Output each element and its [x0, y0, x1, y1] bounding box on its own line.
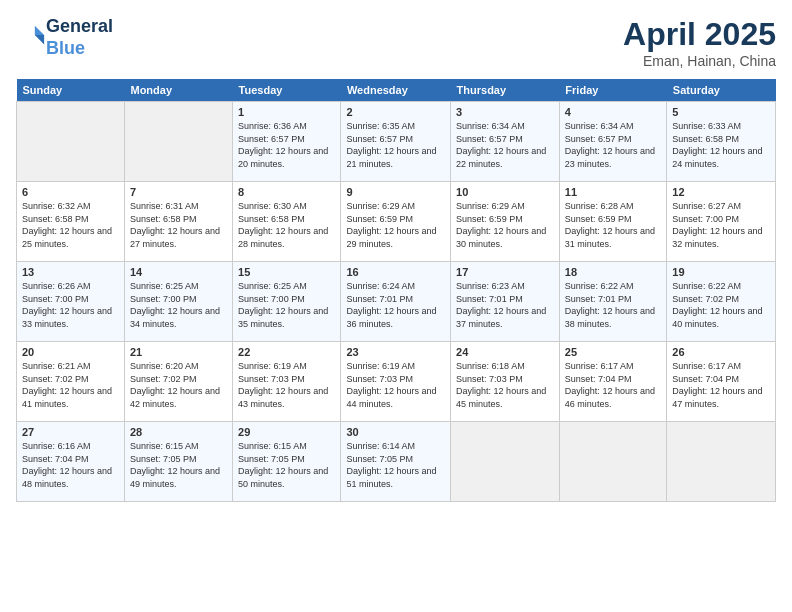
day-info: Sunrise: 6:15 AM Sunset: 7:05 PM Dayligh…: [238, 440, 335, 490]
week-row-2: 6Sunrise: 6:32 AM Sunset: 6:58 PM Daylig…: [17, 182, 776, 262]
weekday-header-row: SundayMondayTuesdayWednesdayThursdayFrid…: [17, 79, 776, 102]
day-number: 17: [456, 266, 554, 278]
day-info: Sunrise: 6:21 AM Sunset: 7:02 PM Dayligh…: [22, 360, 119, 410]
day-cell: 30Sunrise: 6:14 AM Sunset: 7:05 PM Dayli…: [341, 422, 451, 502]
day-cell: 25Sunrise: 6:17 AM Sunset: 7:04 PM Dayli…: [559, 342, 667, 422]
weekday-header-monday: Monday: [124, 79, 232, 102]
day-cell: 20Sunrise: 6:21 AM Sunset: 7:02 PM Dayli…: [17, 342, 125, 422]
day-number: 25: [565, 346, 662, 358]
weekday-header-thursday: Thursday: [451, 79, 560, 102]
day-cell: [667, 422, 776, 502]
calendar-table: SundayMondayTuesdayWednesdayThursdayFrid…: [16, 79, 776, 502]
day-cell: 14Sunrise: 6:25 AM Sunset: 7:00 PM Dayli…: [124, 262, 232, 342]
day-info: Sunrise: 6:36 AM Sunset: 6:57 PM Dayligh…: [238, 120, 335, 170]
day-info: Sunrise: 6:19 AM Sunset: 7:03 PM Dayligh…: [346, 360, 445, 410]
weekday-header-friday: Friday: [559, 79, 667, 102]
week-row-4: 20Sunrise: 6:21 AM Sunset: 7:02 PM Dayli…: [17, 342, 776, 422]
day-info: Sunrise: 6:34 AM Sunset: 6:57 PM Dayligh…: [565, 120, 662, 170]
day-cell: 21Sunrise: 6:20 AM Sunset: 7:02 PM Dayli…: [124, 342, 232, 422]
day-number: 15: [238, 266, 335, 278]
day-number: 7: [130, 186, 227, 198]
day-cell: 2Sunrise: 6:35 AM Sunset: 6:57 PM Daylig…: [341, 102, 451, 182]
day-info: Sunrise: 6:32 AM Sunset: 6:58 PM Dayligh…: [22, 200, 119, 250]
day-number: 1: [238, 106, 335, 118]
logo-icon: [18, 22, 46, 50]
day-info: Sunrise: 6:23 AM Sunset: 7:01 PM Dayligh…: [456, 280, 554, 330]
day-number: 23: [346, 346, 445, 358]
logo-text: General Blue: [46, 16, 113, 59]
month-year: April 2025: [623, 16, 776, 53]
day-number: 2: [346, 106, 445, 118]
day-info: Sunrise: 6:17 AM Sunset: 7:04 PM Dayligh…: [565, 360, 662, 410]
day-cell: 13Sunrise: 6:26 AM Sunset: 7:00 PM Dayli…: [17, 262, 125, 342]
day-info: Sunrise: 6:22 AM Sunset: 7:02 PM Dayligh…: [672, 280, 770, 330]
day-cell: 29Sunrise: 6:15 AM Sunset: 7:05 PM Dayli…: [233, 422, 341, 502]
day-cell: [124, 102, 232, 182]
day-number: 3: [456, 106, 554, 118]
svg-marker-1: [35, 35, 44, 44]
day-number: 18: [565, 266, 662, 278]
day-info: Sunrise: 6:34 AM Sunset: 6:57 PM Dayligh…: [456, 120, 554, 170]
day-cell: 8Sunrise: 6:30 AM Sunset: 6:58 PM Daylig…: [233, 182, 341, 262]
day-cell: 12Sunrise: 6:27 AM Sunset: 7:00 PM Dayli…: [667, 182, 776, 262]
day-info: Sunrise: 6:16 AM Sunset: 7:04 PM Dayligh…: [22, 440, 119, 490]
day-cell: 22Sunrise: 6:19 AM Sunset: 7:03 PM Dayli…: [233, 342, 341, 422]
day-cell: 17Sunrise: 6:23 AM Sunset: 7:01 PM Dayli…: [451, 262, 560, 342]
day-cell: 9Sunrise: 6:29 AM Sunset: 6:59 PM Daylig…: [341, 182, 451, 262]
day-cell: 16Sunrise: 6:24 AM Sunset: 7:01 PM Dayli…: [341, 262, 451, 342]
day-number: 12: [672, 186, 770, 198]
day-cell: 7Sunrise: 6:31 AM Sunset: 6:58 PM Daylig…: [124, 182, 232, 262]
title-block: April 2025 Eman, Hainan, China: [623, 16, 776, 69]
day-number: 8: [238, 186, 335, 198]
day-number: 19: [672, 266, 770, 278]
day-cell: 3Sunrise: 6:34 AM Sunset: 6:57 PM Daylig…: [451, 102, 560, 182]
day-info: Sunrise: 6:19 AM Sunset: 7:03 PM Dayligh…: [238, 360, 335, 410]
calendar-body: 1Sunrise: 6:36 AM Sunset: 6:57 PM Daylig…: [17, 102, 776, 502]
week-row-3: 13Sunrise: 6:26 AM Sunset: 7:00 PM Dayli…: [17, 262, 776, 342]
day-cell: 5Sunrise: 6:33 AM Sunset: 6:58 PM Daylig…: [667, 102, 776, 182]
day-cell: 28Sunrise: 6:15 AM Sunset: 7:05 PM Dayli…: [124, 422, 232, 502]
day-info: Sunrise: 6:18 AM Sunset: 7:03 PM Dayligh…: [456, 360, 554, 410]
day-cell: 10Sunrise: 6:29 AM Sunset: 6:59 PM Dayli…: [451, 182, 560, 262]
header: General Blue April 2025 Eman, Hainan, Ch…: [16, 16, 776, 69]
day-cell: 18Sunrise: 6:22 AM Sunset: 7:01 PM Dayli…: [559, 262, 667, 342]
day-cell: 1Sunrise: 6:36 AM Sunset: 6:57 PM Daylig…: [233, 102, 341, 182]
day-cell: 24Sunrise: 6:18 AM Sunset: 7:03 PM Dayli…: [451, 342, 560, 422]
day-info: Sunrise: 6:30 AM Sunset: 6:58 PM Dayligh…: [238, 200, 335, 250]
day-number: 5: [672, 106, 770, 118]
day-cell: 15Sunrise: 6:25 AM Sunset: 7:00 PM Dayli…: [233, 262, 341, 342]
week-row-1: 1Sunrise: 6:36 AM Sunset: 6:57 PM Daylig…: [17, 102, 776, 182]
day-cell: 19Sunrise: 6:22 AM Sunset: 7:02 PM Dayli…: [667, 262, 776, 342]
day-info: Sunrise: 6:25 AM Sunset: 7:00 PM Dayligh…: [130, 280, 227, 330]
day-number: 24: [456, 346, 554, 358]
day-cell: [559, 422, 667, 502]
weekday-header-tuesday: Tuesday: [233, 79, 341, 102]
day-number: 14: [130, 266, 227, 278]
day-number: 16: [346, 266, 445, 278]
day-info: Sunrise: 6:20 AM Sunset: 7:02 PM Dayligh…: [130, 360, 227, 410]
day-cell: [451, 422, 560, 502]
logo: General Blue: [16, 16, 113, 59]
day-number: 28: [130, 426, 227, 438]
day-number: 29: [238, 426, 335, 438]
svg-marker-0: [35, 25, 44, 34]
day-number: 4: [565, 106, 662, 118]
day-info: Sunrise: 6:29 AM Sunset: 6:59 PM Dayligh…: [456, 200, 554, 250]
day-number: 21: [130, 346, 227, 358]
day-cell: [17, 102, 125, 182]
day-number: 27: [22, 426, 119, 438]
day-info: Sunrise: 6:28 AM Sunset: 6:59 PM Dayligh…: [565, 200, 662, 250]
day-number: 6: [22, 186, 119, 198]
day-info: Sunrise: 6:25 AM Sunset: 7:00 PM Dayligh…: [238, 280, 335, 330]
day-info: Sunrise: 6:35 AM Sunset: 6:57 PM Dayligh…: [346, 120, 445, 170]
day-cell: 4Sunrise: 6:34 AM Sunset: 6:57 PM Daylig…: [559, 102, 667, 182]
day-info: Sunrise: 6:24 AM Sunset: 7:01 PM Dayligh…: [346, 280, 445, 330]
day-number: 22: [238, 346, 335, 358]
day-cell: 26Sunrise: 6:17 AM Sunset: 7:04 PM Dayli…: [667, 342, 776, 422]
day-cell: 6Sunrise: 6:32 AM Sunset: 6:58 PM Daylig…: [17, 182, 125, 262]
day-number: 9: [346, 186, 445, 198]
day-info: Sunrise: 6:14 AM Sunset: 7:05 PM Dayligh…: [346, 440, 445, 490]
page: General Blue April 2025 Eman, Hainan, Ch…: [0, 0, 792, 612]
day-info: Sunrise: 6:22 AM Sunset: 7:01 PM Dayligh…: [565, 280, 662, 330]
day-number: 10: [456, 186, 554, 198]
